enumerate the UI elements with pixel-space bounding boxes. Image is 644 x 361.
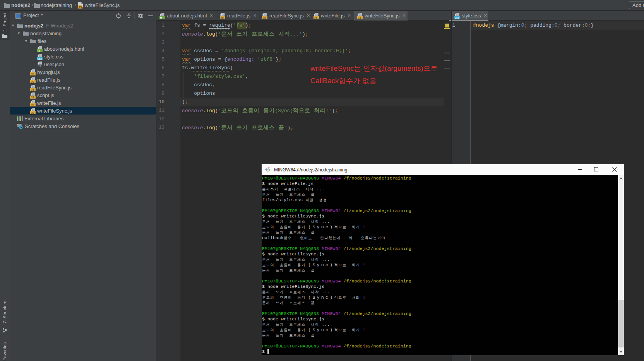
- svg-text:JS: JS: [31, 80, 34, 83]
- svg-text:JS: JS: [31, 96, 34, 98]
- svg-text:JS: JS: [221, 16, 224, 19]
- svg-text:JS: JS: [79, 6, 82, 9]
- svg-text:JS: JS: [31, 111, 34, 114]
- svg-text:CSS: CSS: [38, 57, 42, 60]
- svg-text:H: H: [38, 49, 40, 52]
- svg-text:JS: JS: [314, 16, 318, 19]
- svg-text:CSS: CSS: [455, 17, 459, 19]
- svg-text:JS: JS: [31, 72, 34, 75]
- svg-text:JS: JS: [31, 88, 34, 91]
- svg-text:JS: JS: [358, 16, 361, 19]
- svg-text:JS: JS: [31, 103, 34, 106]
- svg-text:{}: {}: [39, 65, 42, 68]
- svg-text:JS: JS: [263, 16, 266, 19]
- svg-text:H: H: [160, 16, 162, 19]
